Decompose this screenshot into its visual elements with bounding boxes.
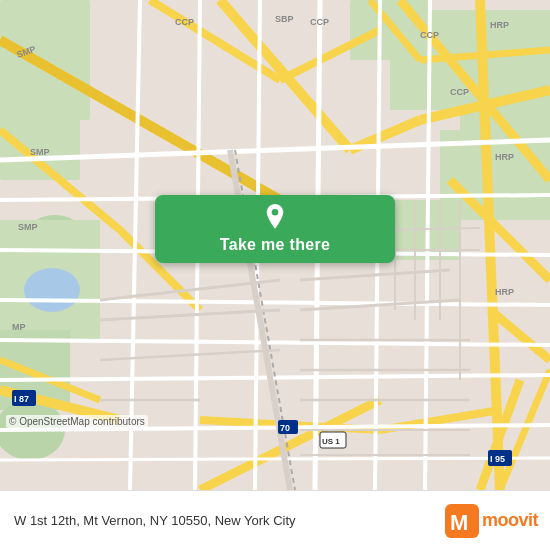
svg-text:I 95: I 95 — [490, 454, 505, 464]
svg-text:HRP: HRP — [495, 152, 514, 162]
svg-text:SMP: SMP — [30, 147, 50, 157]
address-text: W 1st 12th, Mt Vernon, NY 10550, New Yor… — [14, 513, 445, 528]
svg-text:I 87: I 87 — [14, 394, 29, 404]
svg-text:70: 70 — [280, 423, 290, 433]
osm-credit: © OpenStreetMap contributors — [6, 415, 148, 428]
svg-text:SMP: SMP — [18, 222, 38, 232]
svg-text:CCP: CCP — [175, 17, 194, 27]
svg-text:HRP: HRP — [495, 287, 514, 297]
svg-text:M: M — [450, 510, 468, 535]
svg-point-89 — [272, 209, 279, 216]
bottom-bar: W 1st 12th, Mt Vernon, NY 10550, New Yor… — [0, 490, 550, 550]
svg-text:CCP: CCP — [450, 87, 469, 97]
map-container: SMP SMP SMP CCP CCP CCP CCP SBP HRP HRP … — [0, 0, 550, 490]
moovit-icon: M — [445, 504, 479, 538]
moovit-logo: M moovit — [445, 504, 538, 538]
button-label: Take me there — [220, 236, 330, 254]
moovit-text: moovit — [482, 510, 538, 531]
svg-text:CCP: CCP — [420, 30, 439, 40]
svg-text:SBP: SBP — [275, 14, 294, 24]
svg-text:US 1: US 1 — [322, 437, 340, 446]
svg-text:HRP: HRP — [490, 20, 509, 30]
svg-rect-7 — [350, 0, 430, 60]
svg-line-43 — [0, 458, 550, 460]
location-pin-icon — [261, 204, 289, 232]
svg-text:CCP: CCP — [310, 17, 329, 27]
svg-point-13 — [24, 268, 80, 312]
take-me-there-button[interactable]: Take me there — [155, 195, 395, 263]
svg-text:MP: MP — [12, 322, 26, 332]
